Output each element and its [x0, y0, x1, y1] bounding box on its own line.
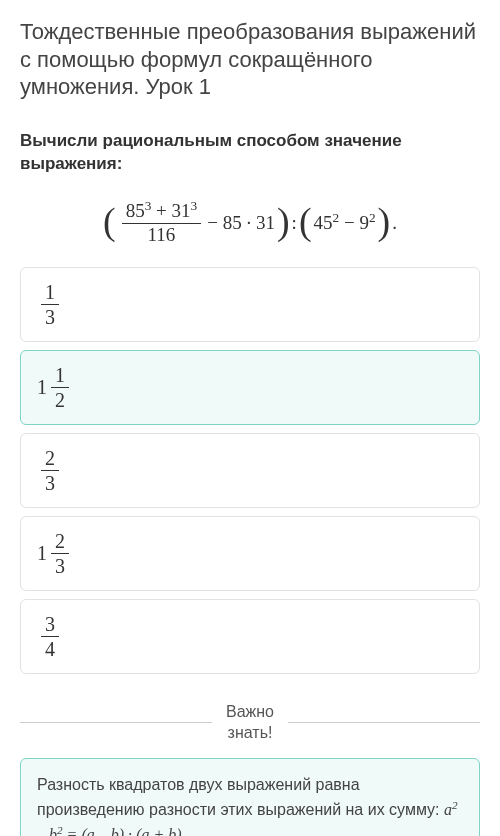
divider-line-left — [20, 722, 212, 723]
expression: ( 853 + 313 116 − 85 · 31 ) : ( 452 − 92… — [20, 198, 480, 247]
divider: Важно знать! — [20, 702, 480, 744]
divider-label: Важно знать! — [226, 702, 274, 744]
problem-prompt: Вычисли рациональным способом значение в… — [20, 129, 480, 177]
info-box: Разность квадратов двух выражений равна … — [20, 758, 480, 836]
option-5[interactable]: 3 4 — [20, 599, 480, 674]
option-1[interactable]: 1 3 — [20, 267, 480, 342]
divider-line-right — [288, 722, 480, 723]
answer-options: 1 3 1 1 2 2 3 1 2 3 — [20, 267, 480, 674]
option-3[interactable]: 2 3 — [20, 433, 480, 508]
option-4[interactable]: 1 2 3 — [20, 516, 480, 591]
page-title: Тождественные преобразования выражений с… — [20, 18, 480, 101]
option-2[interactable]: 1 1 2 — [20, 350, 480, 425]
fraction: 853 + 313 116 — [122, 198, 202, 247]
